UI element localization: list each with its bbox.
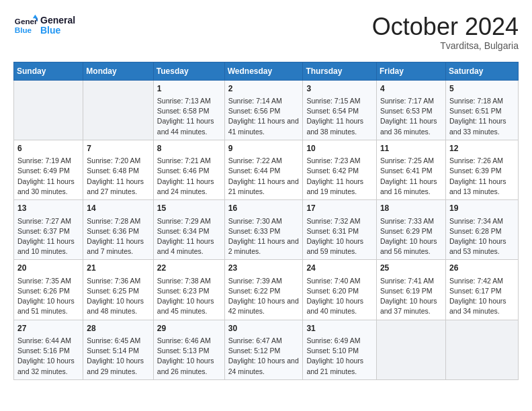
calendar-cell (14, 80, 83, 140)
page-header: General Blue General Blue October 2024 T… (13, 13, 519, 51)
day-info: Sunrise: 7:34 AM Sunset: 6:28 PM Dayligh… (449, 216, 515, 257)
calendar-cell: 31Sunrise: 6:49 AM Sunset: 5:10 PM Dayli… (303, 320, 377, 379)
day-info: Sunrise: 7:14 AM Sunset: 6:56 PM Dayligh… (228, 96, 300, 137)
calendar-cell: 12Sunrise: 7:26 AM Sunset: 6:39 PM Dayli… (445, 140, 518, 199)
day-info: Sunrise: 7:42 AM Sunset: 6:17 PM Dayligh… (449, 276, 515, 317)
day-info: Sunrise: 7:25 AM Sunset: 6:41 PM Dayligh… (380, 156, 442, 197)
calendar-cell: 30Sunrise: 6:47 AM Sunset: 5:12 PM Dayli… (224, 320, 303, 379)
day-number: 7 (87, 143, 149, 154)
day-info: Sunrise: 6:49 AM Sunset: 5:10 PM Dayligh… (306, 336, 373, 377)
weekday-header-wednesday: Wednesday (224, 62, 303, 80)
calendar-cell: 14Sunrise: 7:28 AM Sunset: 6:36 PM Dayli… (83, 200, 153, 260)
day-info: Sunrise: 7:41 AM Sunset: 6:19 PM Dayligh… (380, 276, 442, 317)
calendar-cell: 7Sunrise: 7:20 AM Sunset: 6:48 PM Daylig… (83, 140, 153, 199)
day-number: 6 (17, 143, 79, 154)
day-number: 10 (306, 143, 373, 154)
day-number: 4 (380, 83, 442, 95)
calendar-cell: 19Sunrise: 7:34 AM Sunset: 6:28 PM Dayli… (445, 200, 518, 260)
logo-icon: General Blue (13, 13, 38, 38)
calendar-cell: 6Sunrise: 7:19 AM Sunset: 6:49 PM Daylig… (14, 140, 83, 199)
weekday-header-tuesday: Tuesday (153, 62, 224, 80)
day-info: Sunrise: 7:38 AM Sunset: 6:23 PM Dayligh… (157, 276, 221, 317)
day-info: Sunrise: 7:39 AM Sunset: 6:22 PM Dayligh… (228, 276, 300, 317)
title-block: October 2024 Tvarditsa, Bulgaria (372, 13, 519, 51)
calendar-cell (83, 80, 153, 140)
calendar-week-row: 6Sunrise: 7:19 AM Sunset: 6:49 PM Daylig… (14, 140, 519, 199)
day-number: 17 (306, 203, 373, 214)
calendar-cell: 17Sunrise: 7:32 AM Sunset: 6:31 PM Dayli… (303, 200, 377, 260)
day-number: 14 (87, 203, 149, 214)
calendar-table: SundayMondayTuesdayWednesdayThursdayFrid… (13, 62, 519, 380)
calendar-cell: 3Sunrise: 7:15 AM Sunset: 6:54 PM Daylig… (303, 80, 377, 140)
calendar-cell: 8Sunrise: 7:21 AM Sunset: 6:46 PM Daylig… (153, 140, 224, 199)
calendar-cell: 27Sunrise: 6:44 AM Sunset: 5:16 PM Dayli… (14, 320, 83, 379)
weekday-header-row: SundayMondayTuesdayWednesdayThursdayFrid… (14, 62, 519, 80)
day-info: Sunrise: 7:17 AM Sunset: 6:53 PM Dayligh… (380, 96, 442, 137)
day-number: 22 (157, 263, 221, 274)
calendar-cell: 2Sunrise: 7:14 AM Sunset: 6:56 PM Daylig… (224, 80, 303, 140)
calendar-cell: 18Sunrise: 7:33 AM Sunset: 6:29 PM Dayli… (376, 200, 445, 260)
day-number: 25 (380, 263, 442, 274)
calendar-cell: 28Sunrise: 6:45 AM Sunset: 5:14 PM Dayli… (83, 320, 153, 379)
weekday-header-friday: Friday (376, 62, 445, 80)
day-number: 28 (87, 323, 149, 334)
day-info: Sunrise: 6:46 AM Sunset: 5:13 PM Dayligh… (157, 336, 221, 377)
calendar-cell: 25Sunrise: 7:41 AM Sunset: 6:19 PM Dayli… (376, 260, 445, 320)
calendar-cell: 15Sunrise: 7:29 AM Sunset: 6:34 PM Dayli… (153, 200, 224, 260)
day-info: Sunrise: 7:28 AM Sunset: 6:36 PM Dayligh… (87, 216, 149, 257)
day-number: 3 (306, 83, 373, 95)
calendar-cell: 5Sunrise: 7:18 AM Sunset: 6:51 PM Daylig… (445, 80, 518, 140)
calendar-cell: 23Sunrise: 7:39 AM Sunset: 6:22 PM Dayli… (224, 260, 303, 320)
day-info: Sunrise: 7:15 AM Sunset: 6:54 PM Dayligh… (306, 96, 373, 137)
calendar-week-row: 13Sunrise: 7:27 AM Sunset: 6:37 PM Dayli… (14, 200, 519, 260)
day-info: Sunrise: 6:44 AM Sunset: 5:16 PM Dayligh… (17, 336, 79, 377)
calendar-cell: 9Sunrise: 7:22 AM Sunset: 6:44 PM Daylig… (224, 140, 303, 199)
day-info: Sunrise: 6:45 AM Sunset: 5:14 PM Dayligh… (87, 336, 149, 377)
calendar-week-row: 20Sunrise: 7:35 AM Sunset: 6:26 PM Dayli… (14, 260, 519, 320)
day-info: Sunrise: 7:30 AM Sunset: 6:33 PM Dayligh… (228, 216, 300, 257)
day-number: 27 (17, 323, 79, 334)
day-number: 11 (380, 143, 442, 154)
calendar-cell (445, 320, 518, 379)
calendar-cell: 16Sunrise: 7:30 AM Sunset: 6:33 PM Dayli… (224, 200, 303, 260)
day-number: 15 (157, 203, 221, 214)
day-number: 5 (449, 83, 515, 95)
calendar-cell (376, 320, 445, 379)
day-info: Sunrise: 7:32 AM Sunset: 6:31 PM Dayligh… (306, 216, 373, 257)
weekday-header-monday: Monday (83, 62, 153, 80)
day-info: Sunrise: 7:35 AM Sunset: 6:26 PM Dayligh… (17, 276, 79, 317)
calendar-cell: 4Sunrise: 7:17 AM Sunset: 6:53 PM Daylig… (376, 80, 445, 140)
day-info: Sunrise: 7:19 AM Sunset: 6:49 PM Dayligh… (17, 156, 79, 197)
day-number: 19 (449, 203, 515, 214)
day-info: Sunrise: 7:13 AM Sunset: 6:58 PM Dayligh… (157, 96, 221, 137)
calendar-cell: 20Sunrise: 7:35 AM Sunset: 6:26 PM Dayli… (14, 260, 83, 320)
day-number: 21 (87, 263, 149, 274)
day-number: 12 (449, 143, 515, 154)
calendar-cell: 22Sunrise: 7:38 AM Sunset: 6:23 PM Dayli… (153, 260, 224, 320)
calendar-cell: 29Sunrise: 6:46 AM Sunset: 5:13 PM Dayli… (153, 320, 224, 379)
logo-general: General (40, 15, 75, 26)
day-number: 24 (306, 263, 373, 274)
day-info: Sunrise: 6:47 AM Sunset: 5:12 PM Dayligh… (228, 336, 300, 377)
day-number: 8 (157, 143, 221, 154)
weekday-header-saturday: Saturday (445, 62, 518, 80)
day-info: Sunrise: 7:40 AM Sunset: 6:20 PM Dayligh… (306, 276, 373, 317)
calendar-week-row: 1Sunrise: 7:13 AM Sunset: 6:58 PM Daylig… (14, 80, 519, 140)
logo-blue: Blue (40, 26, 75, 36)
day-info: Sunrise: 7:22 AM Sunset: 6:44 PM Dayligh… (228, 156, 300, 197)
day-info: Sunrise: 7:18 AM Sunset: 6:51 PM Dayligh… (449, 96, 515, 137)
day-info: Sunrise: 7:33 AM Sunset: 6:29 PM Dayligh… (380, 216, 442, 257)
day-number: 2 (228, 83, 300, 95)
day-info: Sunrise: 7:26 AM Sunset: 6:39 PM Dayligh… (449, 156, 515, 197)
calendar-cell: 13Sunrise: 7:27 AM Sunset: 6:37 PM Dayli… (14, 200, 83, 260)
day-number: 1 (157, 83, 221, 95)
day-info: Sunrise: 7:21 AM Sunset: 6:46 PM Dayligh… (157, 156, 221, 197)
day-number: 31 (306, 323, 373, 334)
day-number: 16 (228, 203, 300, 214)
svg-text:Blue: Blue (15, 26, 32, 34)
day-number: 30 (228, 323, 300, 334)
day-info: Sunrise: 7:27 AM Sunset: 6:37 PM Dayligh… (17, 216, 79, 257)
calendar-cell: 26Sunrise: 7:42 AM Sunset: 6:17 PM Dayli… (445, 260, 518, 320)
day-number: 20 (17, 263, 79, 274)
calendar-cell: 10Sunrise: 7:23 AM Sunset: 6:42 PM Dayli… (303, 140, 377, 199)
